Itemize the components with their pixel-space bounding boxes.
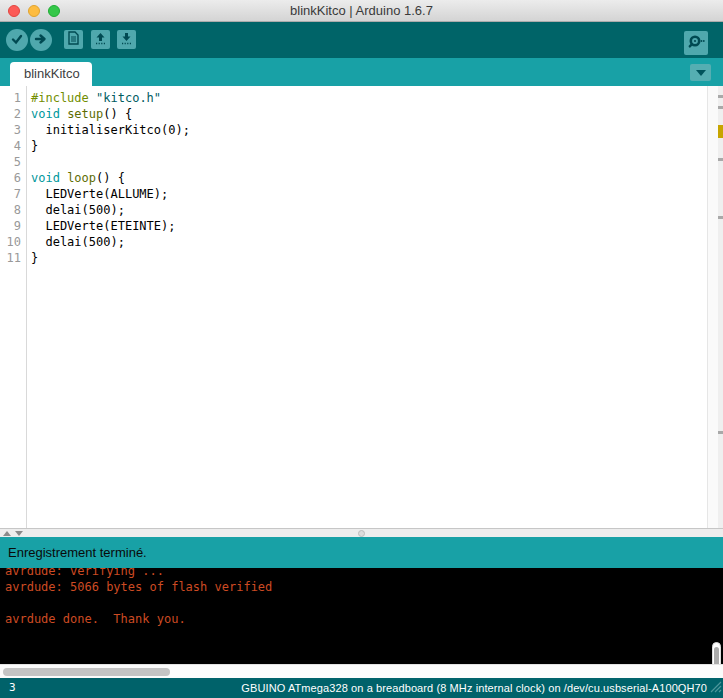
collapse-down-icon[interactable] (15, 531, 23, 536)
arduino-ide-window: blinkKitco | Arduino 1.6.7 (0, 0, 723, 698)
console-split-divider[interactable] (0, 528, 723, 537)
code-text: } (26, 250, 38, 266)
console-line: avrdude: verifying ... (5, 568, 723, 579)
tab-blinkKitco[interactable]: blinkKitco (10, 62, 92, 86)
console-vertical-scrollbar[interactable] (712, 642, 721, 664)
code-line[interactable]: 3 initialiserKitco(0); (0, 122, 706, 138)
upload-button[interactable] (30, 29, 52, 51)
divider-grip[interactable] (358, 530, 365, 537)
verify-button[interactable] (6, 29, 28, 51)
code-text: initialiserKitco(0); (26, 122, 190, 138)
arrow-right-icon (34, 32, 48, 49)
new-sketch-button[interactable] (64, 30, 83, 49)
console-line (5, 595, 723, 611)
code-line[interactable]: 1#include "kitco.h" (0, 90, 706, 106)
arrow-down-tray-icon (120, 31, 133, 48)
line-number: 8 (0, 202, 26, 218)
code-line[interactable]: 2void setup() { (0, 106, 706, 122)
line-number: 10 (0, 234, 26, 250)
code-text: void loop() { (26, 170, 125, 186)
line-number: 3 (0, 122, 26, 138)
code-line[interactable]: 11} (0, 250, 706, 266)
annotation-strip (718, 86, 723, 528)
code-text: } (26, 138, 38, 154)
line-number: 6 (0, 170, 26, 186)
tab-menu-button[interactable] (690, 64, 711, 81)
line-number: 1 (0, 90, 26, 106)
line-number: 4 (0, 138, 26, 154)
console-output[interactable]: avrdude: verifying ...avrdude: 5066 byte… (0, 568, 723, 664)
document-icon (67, 31, 80, 48)
line-number: 5 (0, 154, 26, 170)
editor-vertical-scrollbar[interactable] (707, 86, 723, 528)
toolbar (0, 22, 723, 58)
window-title: blinkKitco | Arduino 1.6.7 (0, 0, 723, 22)
checkmark-icon (10, 32, 24, 49)
code-text (26, 154, 31, 170)
console-horizontal-scrollbar[interactable] (0, 664, 723, 678)
code-line[interactable]: 5 (0, 154, 706, 170)
annotation-mark (718, 106, 723, 109)
code-line[interactable]: 4} (0, 138, 706, 154)
cursor-line-number: 3 (9, 678, 16, 698)
open-sketch-button[interactable] (91, 30, 110, 49)
arrow-up-tray-icon (94, 31, 107, 48)
serial-monitor-button[interactable] (684, 31, 708, 55)
magnifier-icon (687, 33, 705, 54)
collapse-up-icon[interactable] (3, 531, 11, 536)
code-text: delai(500); (26, 234, 125, 250)
code-area[interactable]: 1#include "kitco.h"2void setup() {3 init… (0, 90, 706, 266)
code-line[interactable]: 6void loop() { (0, 170, 706, 186)
save-sketch-button[interactable] (117, 30, 136, 49)
board-port-info: GBUINO ATmega328 on a breadboard (8 MHz … (241, 678, 707, 698)
console-line: avrdude done. Thank you. (5, 611, 723, 627)
resize-grip-icon[interactable] (709, 679, 722, 697)
annotation-mark (718, 125, 723, 138)
annotation-mark (718, 95, 723, 98)
code-text: #include "kitco.h" (26, 90, 161, 106)
annotation-mark (718, 158, 723, 161)
code-line[interactable]: 10 delai(500); (0, 234, 706, 250)
status-message-bar: Enregistrement terminé. (0, 537, 723, 568)
code-line[interactable]: 8 delai(500); (0, 202, 706, 218)
annotation-mark (718, 216, 723, 219)
chevron-down-icon (696, 70, 706, 76)
console-scrollbar-thumb[interactable] (714, 647, 719, 664)
tab-bar: blinkKitco (0, 58, 723, 86)
code-line[interactable]: 7 LEDVerte(ALLUME); (0, 186, 706, 202)
title-bar: blinkKitco | Arduino 1.6.7 (0, 0, 723, 22)
line-number: 7 (0, 186, 26, 202)
console-text: avrdude: verifying ...avrdude: 5066 byte… (0, 568, 723, 627)
annotation-mark (718, 431, 723, 434)
line-number: 2 (0, 106, 26, 122)
code-line[interactable]: 9 LEDVerte(ETEINTE); (0, 218, 706, 234)
console-line: avrdude: 5066 bytes of flash verified (5, 579, 723, 595)
code-text: LEDVerte(ALLUME); (26, 186, 168, 202)
line-number: 9 (0, 218, 26, 234)
code-text: delai(500); (26, 202, 125, 218)
line-number: 11 (0, 250, 26, 266)
code-editor[interactable]: 1#include "kitco.h"2void setup() {3 init… (0, 86, 723, 528)
code-text: void setup() { (26, 106, 132, 122)
horizontal-scrollbar-thumb[interactable] (3, 668, 170, 676)
code-text: LEDVerte(ETEINTE); (26, 218, 176, 234)
bottom-status-bar: 3 GBUINO ATmega328 on a breadboard (8 MH… (0, 678, 723, 698)
